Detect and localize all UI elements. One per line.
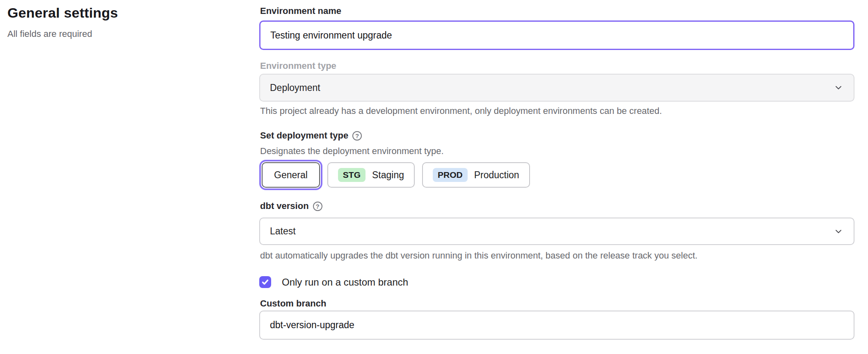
deployment-type-staging-label: Staging bbox=[372, 170, 404, 181]
production-badge: PROD bbox=[433, 168, 468, 182]
environment-type-label: Environment type bbox=[260, 61, 336, 71]
custom-branch-input[interactable] bbox=[259, 311, 854, 340]
deployment-type-production-button[interactable]: PROD Production bbox=[422, 162, 530, 188]
dbt-version-value: Latest bbox=[270, 226, 296, 237]
environment-type-select[interactable]: Deployment bbox=[259, 74, 854, 102]
page-title: General settings bbox=[7, 5, 118, 21]
environment-name-label: Environment name bbox=[260, 6, 341, 16]
custom-branch-label: Custom branch bbox=[260, 298, 326, 309]
custom-branch-checkbox-row: Only run on a custom branch bbox=[259, 276, 408, 288]
settings-form: Environment name Environment type Deploy… bbox=[259, 0, 854, 354]
custom-branch-checkbox[interactable] bbox=[259, 276, 271, 288]
dbt-version-label: dbt version ? bbox=[260, 201, 322, 211]
environment-name-input[interactable] bbox=[259, 20, 854, 50]
deployment-type-general-button[interactable]: General bbox=[262, 162, 320, 188]
custom-branch-checkbox-label[interactable]: Only run on a custom branch bbox=[282, 277, 408, 288]
deployment-type-production-label: Production bbox=[474, 170, 519, 181]
chevron-down-icon bbox=[834, 83, 843, 92]
deployment-type-general-label: General bbox=[274, 170, 308, 181]
environment-type-value: Deployment bbox=[270, 82, 320, 93]
staging-badge: STG bbox=[338, 168, 365, 182]
dbt-version-select[interactable]: Latest bbox=[259, 218, 854, 245]
help-icon[interactable]: ? bbox=[313, 202, 322, 211]
deployment-type-label: Set deployment type ? bbox=[260, 130, 362, 141]
deployment-type-helper: Designates the deployment environment ty… bbox=[260, 146, 444, 157]
help-icon[interactable]: ? bbox=[352, 131, 362, 141]
chevron-down-icon bbox=[834, 227, 843, 236]
page-subtitle: All fields are required bbox=[7, 29, 92, 39]
checkmark-icon bbox=[261, 278, 269, 286]
deployment-type-staging-button[interactable]: STG Staging bbox=[327, 162, 415, 188]
dbt-version-helper: dbt automatically upgrades the dbt versi… bbox=[260, 250, 697, 261]
deployment-type-options: General STG Staging PROD Production bbox=[262, 162, 530, 188]
environment-type-helper: This project already has a development e… bbox=[260, 106, 662, 116]
general-settings-page: General settings All fields are required… bbox=[0, 0, 868, 354]
